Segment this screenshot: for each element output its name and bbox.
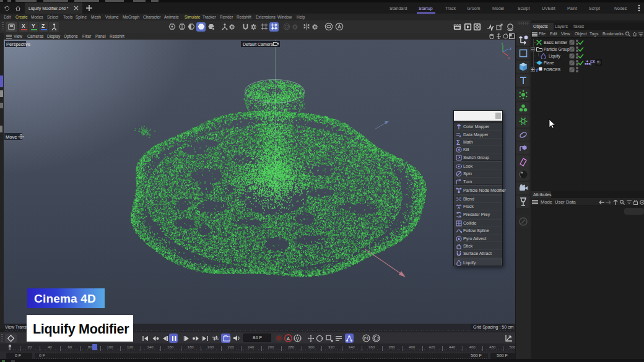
svg-text:X: X [508,56,510,59]
svg-text:Z: Z [510,47,512,51]
svg-text:A: A [287,336,290,342]
svg-text:Y: Y [501,42,503,46]
svg-text:Σ: Σ [456,139,460,145]
